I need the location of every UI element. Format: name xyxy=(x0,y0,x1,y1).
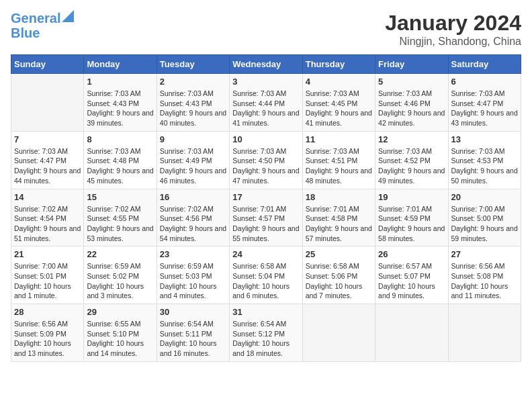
day-number: 18 xyxy=(306,192,372,202)
calendar-cell: 19Sunrise: 7:01 AMSunset: 4:59 PMDayligh… xyxy=(375,189,448,246)
weekday-header-sunday: Sunday xyxy=(11,55,84,74)
calendar-body: 1Sunrise: 7:03 AMSunset: 4:43 PMDaylight… xyxy=(11,74,521,362)
page-header: General Blue January 2024 Ningjin, Shand… xyxy=(11,11,521,48)
calendar-week-row: 14Sunrise: 7:02 AMSunset: 4:54 PMDayligh… xyxy=(11,189,521,246)
day-info: Sunrise: 7:02 AMSunset: 4:55 PMDaylight:… xyxy=(87,204,153,244)
day-number: 25 xyxy=(306,249,372,259)
day-info: Sunrise: 7:03 AMSunset: 4:51 PMDaylight:… xyxy=(306,146,372,186)
svg-marker-0 xyxy=(62,10,74,22)
calendar-cell xyxy=(302,304,375,362)
day-info: Sunrise: 7:00 AMSunset: 5:01 PMDaylight:… xyxy=(14,261,81,301)
day-info: Sunrise: 7:03 AMSunset: 4:52 PMDaylight:… xyxy=(378,146,445,186)
calendar-cell: 2Sunrise: 7:03 AMSunset: 4:43 PMDaylight… xyxy=(157,74,229,132)
day-number: 7 xyxy=(14,134,81,144)
calendar-week-row: 1Sunrise: 7:03 AMSunset: 4:43 PMDaylight… xyxy=(11,74,521,132)
day-info: Sunrise: 7:03 AMSunset: 4:53 PMDaylight:… xyxy=(451,146,518,186)
day-number: 22 xyxy=(87,249,153,259)
page-subtitle: Ningjin, Shandong, China xyxy=(385,36,521,48)
day-info: Sunrise: 7:03 AMSunset: 4:43 PMDaylight:… xyxy=(87,89,153,128)
logo-triangle-icon xyxy=(62,10,74,22)
day-number: 29 xyxy=(87,307,153,317)
calendar-cell: 14Sunrise: 7:02 AMSunset: 4:54 PMDayligh… xyxy=(11,189,84,246)
calendar-cell: 21Sunrise: 7:00 AMSunset: 5:01 PMDayligh… xyxy=(11,246,84,304)
day-info: Sunrise: 6:59 AMSunset: 5:02 PMDaylight:… xyxy=(87,261,153,301)
day-number: 2 xyxy=(160,77,226,87)
day-number: 26 xyxy=(378,249,445,259)
calendar-cell: 29Sunrise: 6:55 AMSunset: 5:10 PMDayligh… xyxy=(84,304,157,362)
day-info: Sunrise: 7:03 AMSunset: 4:43 PMDaylight:… xyxy=(160,89,226,128)
calendar-cell: 24Sunrise: 6:58 AMSunset: 5:04 PMDayligh… xyxy=(230,246,302,304)
day-info: Sunrise: 7:01 AMSunset: 4:58 PMDaylight:… xyxy=(306,204,372,244)
day-number: 11 xyxy=(306,134,372,144)
day-number: 30 xyxy=(160,307,226,317)
day-number: 5 xyxy=(378,77,445,87)
day-number: 3 xyxy=(232,77,299,87)
calendar-cell: 11Sunrise: 7:03 AMSunset: 4:51 PMDayligh… xyxy=(302,131,375,189)
weekday-header-saturday: Saturday xyxy=(448,55,521,74)
calendar-week-row: 7Sunrise: 7:03 AMSunset: 4:47 PMDaylight… xyxy=(11,131,521,189)
calendar-cell: 18Sunrise: 7:01 AMSunset: 4:58 PMDayligh… xyxy=(302,189,375,246)
weekday-header-monday: Monday xyxy=(84,55,157,74)
calendar-cell: 10Sunrise: 7:03 AMSunset: 4:50 PMDayligh… xyxy=(230,131,302,189)
day-number: 27 xyxy=(451,249,518,259)
day-number: 20 xyxy=(451,192,518,202)
day-info: Sunrise: 7:03 AMSunset: 4:47 PMDaylight:… xyxy=(451,89,518,128)
day-number: 4 xyxy=(306,77,372,87)
day-number: 10 xyxy=(232,134,299,144)
calendar-cell: 28Sunrise: 6:56 AMSunset: 5:09 PMDayligh… xyxy=(11,304,84,362)
weekday-header-thursday: Thursday xyxy=(302,55,375,74)
weekday-header-row: SundayMondayTuesdayWednesdayThursdayFrid… xyxy=(11,55,521,74)
calendar-cell: 13Sunrise: 7:03 AMSunset: 4:53 PMDayligh… xyxy=(448,131,521,189)
calendar-cell: 30Sunrise: 6:54 AMSunset: 5:11 PMDayligh… xyxy=(157,304,229,362)
calendar-cell: 20Sunrise: 7:00 AMSunset: 5:00 PMDayligh… xyxy=(448,189,521,246)
day-number: 1 xyxy=(87,77,153,87)
day-number: 31 xyxy=(232,307,299,317)
day-number: 14 xyxy=(14,192,81,202)
day-info: Sunrise: 6:55 AMSunset: 5:10 PMDaylight:… xyxy=(87,319,153,359)
day-info: Sunrise: 6:58 AMSunset: 5:06 PMDaylight:… xyxy=(306,261,372,301)
day-info: Sunrise: 7:02 AMSunset: 4:54 PMDaylight:… xyxy=(14,204,81,244)
calendar-cell: 15Sunrise: 7:02 AMSunset: 4:55 PMDayligh… xyxy=(84,189,157,246)
calendar-cell: 16Sunrise: 7:02 AMSunset: 4:56 PMDayligh… xyxy=(157,189,229,246)
day-info: Sunrise: 6:58 AMSunset: 5:04 PMDaylight:… xyxy=(232,261,299,301)
day-number: 12 xyxy=(378,134,445,144)
day-number: 9 xyxy=(160,134,226,144)
day-info: Sunrise: 7:03 AMSunset: 4:46 PMDaylight:… xyxy=(378,89,445,128)
day-info: Sunrise: 6:57 AMSunset: 5:07 PMDaylight:… xyxy=(378,261,445,301)
logo-text: General xyxy=(11,11,60,26)
day-number: 17 xyxy=(232,192,299,202)
day-number: 28 xyxy=(14,307,81,317)
calendar-table: SundayMondayTuesdayWednesdayThursdayFrid… xyxy=(11,54,521,362)
day-info: Sunrise: 6:59 AMSunset: 5:03 PMDaylight:… xyxy=(160,261,226,301)
calendar-week-row: 21Sunrise: 7:00 AMSunset: 5:01 PMDayligh… xyxy=(11,246,521,304)
day-number: 23 xyxy=(160,249,226,259)
day-info: Sunrise: 7:03 AMSunset: 4:44 PMDaylight:… xyxy=(232,89,299,128)
day-number: 8 xyxy=(87,134,153,144)
day-info: Sunrise: 7:03 AMSunset: 4:50 PMDaylight:… xyxy=(232,146,299,186)
day-number: 24 xyxy=(232,249,299,259)
day-number: 13 xyxy=(451,134,518,144)
day-info: Sunrise: 7:00 AMSunset: 5:00 PMDaylight:… xyxy=(451,204,518,244)
day-info: Sunrise: 7:03 AMSunset: 4:47 PMDaylight:… xyxy=(14,146,81,186)
title-block: January 2024 Ningjin, Shandong, China xyxy=(385,11,521,48)
calendar-cell: 8Sunrise: 7:03 AMSunset: 4:48 PMDaylight… xyxy=(84,131,157,189)
calendar-cell: 31Sunrise: 6:54 AMSunset: 5:12 PMDayligh… xyxy=(230,304,302,362)
day-info: Sunrise: 7:03 AMSunset: 4:49 PMDaylight:… xyxy=(160,146,226,186)
calendar-cell: 3Sunrise: 7:03 AMSunset: 4:44 PMDaylight… xyxy=(230,74,302,132)
day-number: 19 xyxy=(378,192,445,202)
day-info: Sunrise: 7:02 AMSunset: 4:56 PMDaylight:… xyxy=(160,204,226,244)
logo-blue-text: Blue xyxy=(11,26,74,40)
calendar-cell: 23Sunrise: 6:59 AMSunset: 5:03 PMDayligh… xyxy=(157,246,229,304)
calendar-cell: 17Sunrise: 7:01 AMSunset: 4:57 PMDayligh… xyxy=(230,189,302,246)
calendar-cell xyxy=(448,304,521,362)
weekday-header-friday: Friday xyxy=(375,55,448,74)
day-info: Sunrise: 7:01 AMSunset: 4:59 PMDaylight:… xyxy=(378,204,445,244)
day-info: Sunrise: 7:03 AMSunset: 4:48 PMDaylight:… xyxy=(87,146,153,186)
calendar-cell: 9Sunrise: 7:03 AMSunset: 4:49 PMDaylight… xyxy=(157,131,229,189)
day-info: Sunrise: 7:01 AMSunset: 4:57 PMDaylight:… xyxy=(232,204,299,244)
calendar-cell: 26Sunrise: 6:57 AMSunset: 5:07 PMDayligh… xyxy=(375,246,448,304)
calendar-cell xyxy=(11,74,84,132)
calendar-cell: 7Sunrise: 7:03 AMSunset: 4:47 PMDaylight… xyxy=(11,131,84,189)
calendar-cell: 25Sunrise: 6:58 AMSunset: 5:06 PMDayligh… xyxy=(302,246,375,304)
calendar-cell: 27Sunrise: 6:56 AMSunset: 5:08 PMDayligh… xyxy=(448,246,521,304)
